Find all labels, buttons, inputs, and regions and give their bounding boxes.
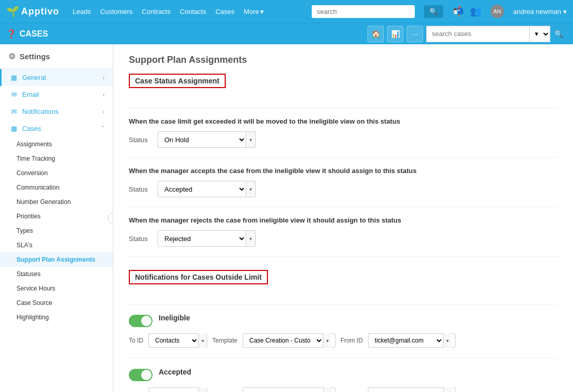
status-label-2: Status (129, 185, 151, 193)
main-layout: ⚙ Settings ▦ General › ✉ Email › ✉ Notif… (0, 44, 573, 392)
gear-icon: ⚙ (8, 52, 15, 61)
accepted-fields: To ID Contacts Employees Leads ▾ Templat… (129, 387, 558, 392)
template-label-ineligible: Template (212, 337, 238, 344)
sidebar-item-notifications[interactable]: ✉ Notifications › (0, 103, 113, 120)
status-select-wrap-1: On Hold Open Closed Pending ▾ (158, 131, 256, 148)
settings-header: ⚙ Settings (0, 44, 113, 69)
nav-more[interactable]: More ▾ (244, 8, 264, 15)
toggle-knob-ineligible (141, 316, 151, 326)
from-id-dropdown-accepted[interactable]: ticket@gmail.com (368, 389, 443, 392)
from-id-caret-ineligible[interactable]: ▾ (443, 333, 451, 348)
messages-icon[interactable]: 📬 (452, 6, 464, 17)
search-cases-dropdown[interactable]: ▾ (529, 26, 550, 42)
ineligible-fields: To ID Contacts Employees Leads ▾ Templat… (129, 333, 558, 348)
nav-cases[interactable]: Cases (215, 8, 234, 15)
template-caret-ineligible[interactable]: ▾ (323, 333, 331, 348)
sub-communication[interactable]: Communication (0, 180, 113, 195)
from-id-caret-accepted[interactable]: ▾ (443, 387, 451, 392)
template-dropdown-ineligible[interactable]: Case Creation - Customer Default Templat… (243, 335, 323, 346)
toggle-accepted[interactable] (129, 369, 153, 381)
from-id-label-ineligible: From ID (341, 337, 363, 344)
status-desc-1: When the case limit get exceeded it will… (129, 117, 558, 125)
to-id-caret-ineligible[interactable]: ▾ (198, 333, 207, 348)
main-content: Support Plan Assignments Case Status Ass… (113, 44, 573, 392)
template-dropdown-accepted[interactable]: Case Creation - Customer Default Templat… (243, 389, 323, 392)
ineligible-title: Ineligible (159, 314, 190, 322)
status-row-1: When the case limit get exceeded it will… (129, 117, 558, 148)
email-icon: ✉ (10, 91, 18, 98)
notif-block-accepted: Accepted To ID Contacts Employees Leads … (129, 368, 558, 392)
status-caret-2[interactable]: ▾ (246, 181, 255, 197)
chart-btn[interactable]: 📊 (387, 26, 403, 42)
search-input[interactable] (312, 5, 415, 18)
to-id-dropdown-accepted[interactable]: Contacts Employees Leads (149, 389, 198, 392)
search-cases-input[interactable] (426, 26, 529, 42)
nav-contracts[interactable]: Contracts (142, 8, 171, 15)
status-dropdown-2[interactable]: Accepted On Hold Open Closed (158, 182, 246, 196)
case-status-header: Case Status Assignment (129, 74, 226, 88)
sub-priorities[interactable]: Priorities (0, 209, 113, 224)
status-dropdown-1[interactable]: On Hold Open Closed Pending (158, 133, 246, 147)
sub-support-plan-assignments[interactable]: Support Plan Assignments (0, 252, 113, 267)
notif-block-ineligible: Ineligible To ID Contacts Employees Lead… (129, 314, 558, 348)
accepted-title: Accepted (159, 368, 191, 376)
status-label-3: Status (129, 235, 151, 243)
sub-slas[interactable]: SLA's (0, 238, 113, 252)
logo-text: Apptivo (21, 6, 59, 17)
sub-service-hours[interactable]: Service Hours (0, 281, 113, 296)
arrow-email: › (103, 92, 105, 98)
template-caret-accepted[interactable]: ▾ (323, 387, 331, 392)
sub-statuses[interactable]: Statuses (0, 267, 113, 281)
nav-leads[interactable]: Leads (73, 8, 91, 15)
users-icon[interactable]: 👥 (470, 6, 481, 17)
nav-contacts[interactable]: Contacts (180, 8, 206, 15)
to-id-dropdown-ineligible[interactable]: Contacts Employees Leads (149, 335, 198, 346)
sub-time-tracking[interactable]: Time Tracking (0, 151, 113, 166)
from-id-select-wrap-accepted: ticket@gmail.com ▾ (368, 387, 456, 392)
sub-nav: ❓ CASES 🏠 📊 ··· ▾ 🔍 (0, 23, 573, 44)
sub-nav-actions: 🏠 📊 ··· ▾ 🔍 (367, 26, 567, 42)
status-select-wrap-2: Accepted On Hold Open Closed ▾ (158, 181, 256, 197)
page-title: Support Plan Assignments (129, 55, 558, 65)
sub-case-source[interactable]: Case Source (0, 296, 113, 310)
cases-side-icon: ▦ (10, 125, 18, 132)
status-row-3: When the manager rejects the case from i… (129, 216, 558, 247)
sub-highlighting[interactable]: Highlighting (0, 310, 113, 325)
sidebar-item-general[interactable]: ▦ General › (0, 69, 113, 86)
to-id-label-ineligible: To ID (129, 337, 143, 344)
status-desc-3: When the manager rejects the case from i… (129, 216, 558, 224)
sub-conversion[interactable]: Conversion (0, 166, 113, 180)
notif-icon: ✉ (10, 108, 18, 115)
sidebar-item-cases[interactable]: ▦ Cases ˅ (0, 120, 113, 137)
avatar: AN (491, 5, 504, 18)
status-desc-2: When the manager accepts the case from t… (129, 167, 558, 175)
nav-customers[interactable]: Customers (100, 8, 132, 15)
arrow-general: › (103, 75, 105, 81)
cases-title: ❓ CASES (6, 29, 48, 39)
logo[interactable]: 🌱 Apptivo (6, 5, 59, 18)
sub-assignments[interactable]: Assignments (0, 137, 113, 151)
to-id-select-wrap-accepted: Contacts Employees Leads ▾ (148, 387, 207, 392)
status-label-1: Status (129, 136, 151, 144)
status-dropdown-3[interactable]: Rejected On Hold Open Closed (158, 232, 246, 246)
more-btn[interactable]: ··· (407, 26, 423, 42)
user-menu[interactable]: andrea newman ▾ (513, 8, 567, 15)
sidebar-item-email[interactable]: ✉ Email › (0, 86, 113, 103)
to-id-caret-accepted[interactable]: ▾ (198, 387, 207, 392)
status-caret-1[interactable]: ▾ (246, 132, 255, 147)
toggle-ineligible[interactable] (129, 315, 153, 327)
search-cases-wrap: ▾ 🔍 (426, 26, 567, 42)
sub-number-generation[interactable]: Number Generation (0, 195, 113, 209)
from-id-dropdown-ineligible[interactable]: ticket@gmail.com (368, 335, 443, 346)
search-cases-btn[interactable]: 🔍 (550, 26, 567, 42)
toggle-knob-accepted (141, 370, 151, 380)
status-caret-3[interactable]: ▾ (246, 231, 255, 246)
search-button-top[interactable]: 🔍 (424, 5, 443, 18)
general-icon: ▦ (10, 74, 18, 81)
notifications-outside-header: Notifications for Cases Outside Limit (129, 270, 268, 284)
top-nav: 🌱 Apptivo Leads Customers Contracts Cont… (0, 0, 573, 23)
sub-types[interactable]: Types (0, 224, 113, 238)
logo-icon: 🌱 (6, 5, 19, 18)
status-row-2: When the manager accepts the case from t… (129, 167, 558, 197)
home-btn[interactable]: 🏠 (367, 26, 384, 42)
